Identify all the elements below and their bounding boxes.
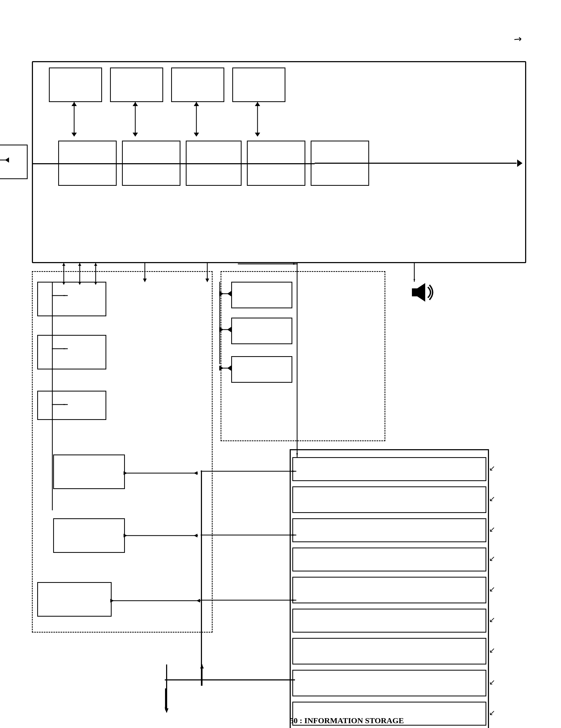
ref-1-arrow: ↙	[511, 33, 524, 46]
svg-marker-1	[71, 133, 77, 137]
svg-marker-37	[94, 263, 97, 266]
ref-58: ↙	[489, 678, 495, 687]
ref-55: ↙	[489, 585, 495, 594]
info-storage-label: 50 : INFORMATION STORAGEDEVICE	[290, 715, 404, 728]
svg-marker-7	[194, 133, 199, 137]
svg-marker-11	[255, 102, 260, 106]
display-arrow	[219, 291, 233, 296]
svg-marker-70	[292, 599, 296, 601]
mid-vert-line	[201, 470, 202, 686]
svg-marker-8	[194, 102, 199, 106]
storage-vert-line	[296, 263, 298, 457]
distance-sensor-box	[37, 391, 106, 420]
svg-marker-17	[227, 291, 231, 296]
img-io-vert-line	[219, 282, 220, 364]
sensor-vert-lines	[53, 263, 106, 306]
data-to-storage-h	[201, 599, 296, 601]
data-transmit-box	[37, 582, 112, 617]
img-proc-down-arrow	[205, 263, 210, 284]
svg-marker-31	[62, 263, 65, 266]
svg-marker-5	[133, 102, 138, 106]
svg-marker-53	[196, 599, 200, 603]
ref-57: ↙	[489, 646, 495, 655]
svg-marker-52	[110, 599, 114, 603]
svg-marker-23	[227, 365, 231, 371]
second-rom-box	[171, 68, 224, 102]
bus-right-arrow	[517, 159, 522, 167]
ref-53: ↙	[489, 525, 495, 534]
ref-59: ↙	[489, 708, 495, 717]
ram-box	[110, 68, 163, 102]
svg-marker-60	[165, 708, 168, 713]
svg-marker-4	[133, 133, 138, 137]
abs-h-line	[52, 295, 68, 296]
svg-marker-74	[296, 453, 298, 457]
input-device-arrow	[219, 327, 233, 332]
display-box	[231, 282, 292, 308]
clock-box	[232, 68, 285, 102]
comm-down-arrow	[142, 263, 147, 284]
svg-marker-57	[205, 279, 209, 282]
svg-marker-33	[78, 282, 81, 285]
printer-box	[231, 356, 292, 383]
svg-marker-66	[292, 470, 296, 472]
svg-marker-14	[5, 157, 9, 163]
rel-heading-box	[37, 335, 106, 369]
svg-marker-24	[412, 283, 425, 302]
left-sensor-line	[52, 282, 53, 510]
main-processing-box	[32, 61, 526, 263]
svg-marker-34	[78, 263, 81, 266]
storage-outer-box	[290, 449, 489, 728]
svg-marker-49	[124, 534, 127, 537]
speaker-icon	[409, 279, 436, 306]
img-to-storage-h	[238, 263, 298, 265]
svg-marker-46	[124, 471, 127, 475]
gps-box	[53, 455, 125, 489]
printer-arrow	[219, 365, 233, 371]
cpu-bus-arrow	[0, 157, 12, 163]
data-trans-line	[110, 598, 206, 603]
ref-51: ↙	[489, 464, 495, 473]
h-bus-line	[33, 163, 315, 164]
first-rom-box	[49, 68, 102, 102]
ram-arrow	[133, 102, 138, 137]
ref-45-down	[164, 664, 169, 718]
svg-marker-50	[194, 534, 197, 537]
clock-arrow	[255, 102, 260, 137]
h-bus-ext	[315, 163, 517, 164]
svg-marker-20	[227, 327, 231, 332]
current-position-box	[32, 271, 213, 633]
svg-marker-26	[414, 279, 415, 282]
audio-vert-line	[414, 263, 415, 282]
bottom-h-line	[165, 679, 295, 681]
beacon-box	[53, 518, 125, 553]
svg-marker-55	[143, 279, 147, 282]
svg-marker-10	[255, 133, 260, 137]
ref-56: ↙	[489, 615, 495, 624]
svg-marker-47	[194, 471, 197, 475]
svg-marker-22	[219, 365, 223, 371]
ref-54: ↙	[489, 554, 495, 563]
page-title	[0, 0, 561, 27]
first-rom-arrow	[71, 102, 77, 137]
rel-h-line	[52, 348, 68, 349]
input-device-box	[231, 318, 292, 344]
second-rom-arrow	[194, 102, 199, 137]
gps-line	[124, 470, 203, 476]
beacon-line	[124, 533, 203, 538]
svg-marker-36	[94, 282, 97, 285]
ref-52: ↙	[489, 494, 495, 503]
svg-marker-68	[292, 534, 296, 536]
svg-marker-2	[71, 102, 77, 106]
dist-h-line	[52, 404, 68, 405]
svg-marker-30	[62, 282, 65, 285]
beacon-to-storage-h	[201, 534, 296, 536]
gps-to-storage-h	[201, 470, 296, 472]
